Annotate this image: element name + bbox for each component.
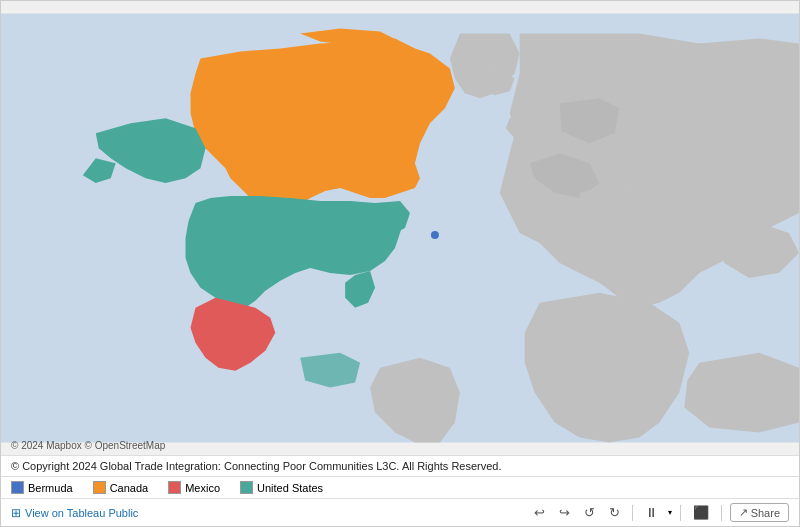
legend-item-mexico: Mexico bbox=[168, 481, 220, 494]
tableau-public-link[interactable]: View on Tableau Public bbox=[25, 507, 138, 519]
legend-swatch-mexico bbox=[168, 481, 181, 494]
toolbar-right: ↩ ↪ ↺ ↺ ⏸ ▾ ⬛ ↗ Share bbox=[530, 503, 789, 522]
legend-item-bermuda: Bermuda bbox=[11, 481, 73, 494]
toolbar: ⊞ View on Tableau Public ↩ ↪ ↺ ↺ ⏸ ▾ ⬛ bbox=[1, 498, 799, 526]
australia bbox=[684, 353, 799, 433]
share-label: Share bbox=[751, 507, 780, 519]
map-credit: © 2024 Mapbox © OpenStreetMap bbox=[11, 440, 165, 451]
pause-button[interactable]: ⏸ bbox=[641, 503, 662, 522]
legend-bar: Bermuda Canada Mexico United States bbox=[1, 476, 799, 498]
bermuda bbox=[431, 231, 439, 239]
legend-swatch-bermuda bbox=[11, 481, 24, 494]
revert-button[interactable]: ↺ bbox=[605, 503, 624, 522]
reset-icon: ↺ bbox=[584, 505, 595, 520]
legend-label-mexico: Mexico bbox=[185, 482, 220, 494]
legend-item-canada: Canada bbox=[93, 481, 149, 494]
map-area: © 2024 Mapbox © OpenStreetMap bbox=[1, 1, 799, 455]
toolbar-divider2 bbox=[680, 505, 681, 521]
redo-button[interactable]: ↪ bbox=[555, 503, 574, 522]
revert-icon: ↺ bbox=[609, 505, 620, 520]
undo-icon: ↩ bbox=[534, 505, 545, 520]
legend-swatch-canada bbox=[93, 481, 106, 494]
undo-button[interactable]: ↩ bbox=[530, 503, 549, 522]
legend-swatch-usa bbox=[240, 481, 253, 494]
share-icon: ↗ bbox=[739, 506, 748, 519]
download-button[interactable]: ⬛ bbox=[689, 503, 713, 522]
redo-icon: ↪ bbox=[559, 505, 570, 520]
tableau-grid-icon: ⊞ bbox=[11, 506, 21, 520]
toolbar-divider3 bbox=[721, 505, 722, 521]
toolbar-divider1 bbox=[632, 505, 633, 521]
toolbar-left: ⊞ View on Tableau Public bbox=[11, 506, 522, 520]
map-svg bbox=[1, 1, 799, 455]
download-icon: ⬛ bbox=[693, 505, 709, 520]
legend-label-bermuda: Bermuda bbox=[28, 482, 73, 494]
legend-item-usa: United States bbox=[240, 481, 323, 494]
reset-button[interactable]: ↺ bbox=[580, 503, 599, 522]
pause-icon: ⏸ bbox=[645, 505, 658, 520]
main-container: © 2024 Mapbox © OpenStreetMap © Copyrigh… bbox=[0, 0, 800, 527]
legend-label-canada: Canada bbox=[110, 482, 149, 494]
dropdown-arrow-1: ▾ bbox=[668, 508, 672, 517]
legend-label-usa: United States bbox=[257, 482, 323, 494]
copyright-bar: © Copyright 2024 Global Trade Integratio… bbox=[1, 455, 799, 476]
share-button[interactable]: ↗ Share bbox=[730, 503, 789, 522]
